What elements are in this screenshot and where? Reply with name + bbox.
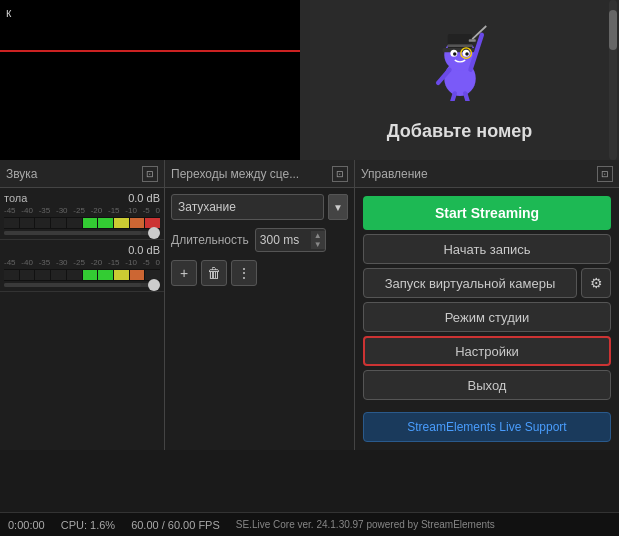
slider-fill-1 xyxy=(4,231,141,235)
status-cpu: CPU: 1.6% xyxy=(61,519,115,531)
svg-point-8 xyxy=(465,52,469,56)
slider-knob-1[interactable] xyxy=(148,227,160,239)
svg-rect-3 xyxy=(442,47,477,51)
duration-down-button[interactable]: ▼ xyxy=(311,240,325,249)
audio-meter-2 xyxy=(4,269,160,281)
preview-redline xyxy=(0,50,300,52)
svg-point-7 xyxy=(453,52,457,56)
meter-seg xyxy=(114,218,129,228)
meter-seg xyxy=(4,218,19,228)
panel-control: Управление ⊡ Start Streaming Начать запи… xyxy=(355,160,619,450)
virtual-camera-button[interactable]: Запуск виртуальной камеры xyxy=(363,268,577,298)
control-buttons: Start Streaming Начать запись Запуск вир… xyxy=(355,188,619,450)
transition-actions: + 🗑 ⋮ xyxy=(165,254,354,292)
svg-rect-2 xyxy=(447,33,472,49)
meter-seg xyxy=(67,270,82,280)
svg-rect-4 xyxy=(447,44,472,47)
meter-seg xyxy=(83,270,98,280)
transitions-panel-header: Переходы между сце... ⊡ xyxy=(165,160,354,188)
transition-duration-row: Длительность ▲ ▼ xyxy=(165,226,354,254)
meter-seg xyxy=(83,218,98,228)
duration-input[interactable] xyxy=(256,233,311,247)
mascot xyxy=(425,0,495,121)
preview-scrollbar[interactable] xyxy=(609,0,617,160)
duration-input-wrap: ▲ ▼ xyxy=(255,228,326,252)
duration-label: Длительность xyxy=(171,233,249,247)
meter-bar-2 xyxy=(4,270,160,280)
audio-track-2-header: 0.0 dB xyxy=(4,244,160,256)
preview-left: к xyxy=(0,0,300,160)
slider-knob-2[interactable] xyxy=(148,279,160,291)
meter-seg xyxy=(35,270,50,280)
transitions-panel-title: Переходы между сце... xyxy=(171,167,299,181)
control-panel-icon[interactable]: ⊡ xyxy=(597,166,613,182)
live-support-button[interactable]: StreamElements Live Support xyxy=(363,412,611,442)
meter-seg xyxy=(98,218,113,228)
meter-seg xyxy=(98,270,113,280)
status-time: 0:00:00 xyxy=(8,519,45,531)
audio-track-1: тола 0.0 dB -45-40-35-30-25-20-15-10-50 xyxy=(0,188,164,240)
svg-line-15 xyxy=(465,93,469,101)
slider-fill-2 xyxy=(4,283,141,287)
virtual-camera-row: Запуск виртуальной камеры ⚙ xyxy=(363,268,611,298)
audio-meter-1-labels: -45-40-35-30-25-20-15-10-50 xyxy=(4,206,160,215)
volume-slider-1[interactable] xyxy=(4,229,160,237)
status-fps: 60.00 / 60.00 FPS xyxy=(131,519,220,531)
preview-right-title: Добавьте номер xyxy=(387,121,533,150)
meter-seg xyxy=(130,270,145,280)
slider-track-2 xyxy=(4,283,160,287)
start-recording-button[interactable]: Начать запись xyxy=(363,234,611,264)
control-panel-header: Управление ⊡ xyxy=(355,160,619,188)
studio-mode-button[interactable]: Режим студии xyxy=(363,302,611,332)
top-area: к xyxy=(0,0,619,160)
meter-seg xyxy=(130,218,145,228)
panel-audio: Звука ⊡ тола 0.0 dB -45-40-35-30-25-20-1… xyxy=(0,160,165,450)
preview-right: Добавьте номер xyxy=(300,0,619,160)
exit-button[interactable]: Выход xyxy=(363,370,611,400)
transition-type-select[interactable]: Затухание xyxy=(171,194,324,220)
meter-seg xyxy=(67,218,82,228)
virtual-camera-settings-icon[interactable]: ⚙ xyxy=(581,268,611,298)
audio-meter-2-labels: -45-40-35-30-25-20-15-10-50 xyxy=(4,258,160,267)
middle-area: Звука ⊡ тола 0.0 dB -45-40-35-30-25-20-1… xyxy=(0,160,619,450)
audio-panel-icon[interactable]: ⊡ xyxy=(142,166,158,182)
meter-bar-1 xyxy=(4,218,160,228)
status-version: SE.Live Core ver. 24.1.30.97 powered by … xyxy=(236,519,495,530)
transitions-panel-icon[interactable]: ⊡ xyxy=(332,166,348,182)
panel-transitions: Переходы между сце... ⊡ Затухание ▼ Длит… xyxy=(165,160,355,450)
meter-seg xyxy=(51,270,66,280)
audio-track-1-name: тола xyxy=(4,192,27,204)
start-streaming-button[interactable]: Start Streaming xyxy=(363,196,611,230)
meter-seg xyxy=(114,270,129,280)
more-transition-button[interactable]: ⋮ xyxy=(231,260,257,286)
status-bar: 0:00:00 CPU: 1.6% 60.00 / 60.00 FPS SE.L… xyxy=(0,512,619,536)
meter-seg xyxy=(51,218,66,228)
duration-up-button[interactable]: ▲ xyxy=(311,231,325,240)
add-transition-button[interactable]: + xyxy=(171,260,197,286)
delete-transition-button[interactable]: 🗑 xyxy=(201,260,227,286)
scrollbar-thumb xyxy=(609,10,617,50)
preview-left-label: к xyxy=(6,6,11,20)
audio-track-2-db: 0.0 dB xyxy=(128,244,160,256)
audio-track-2: 0.0 dB -45-40-35-30-25-20-15-10-50 xyxy=(0,240,164,292)
transition-select-row: Затухание ▼ xyxy=(165,188,354,226)
svg-rect-11 xyxy=(468,39,475,42)
meter-seg xyxy=(20,270,35,280)
select-arrow-icon[interactable]: ▼ xyxy=(328,194,348,220)
slider-track-1 xyxy=(4,231,160,235)
audio-track-1-header: тола 0.0 dB xyxy=(4,192,160,204)
duration-spinners: ▲ ▼ xyxy=(311,231,325,249)
mascot-icon xyxy=(425,21,495,101)
meter-seg xyxy=(35,218,50,228)
meter-seg xyxy=(4,270,19,280)
audio-panel-header: Звука ⊡ xyxy=(0,160,164,188)
control-panel-title: Управление xyxy=(361,167,428,181)
volume-slider-2[interactable] xyxy=(4,281,160,289)
settings-button[interactable]: Настройки xyxy=(363,336,611,366)
audio-track-1-db: 0.0 dB xyxy=(128,192,160,204)
audio-panel-title: Звука xyxy=(6,167,38,181)
meter-seg xyxy=(20,218,35,228)
audio-meter-1 xyxy=(4,217,160,229)
svg-line-14 xyxy=(451,93,455,101)
